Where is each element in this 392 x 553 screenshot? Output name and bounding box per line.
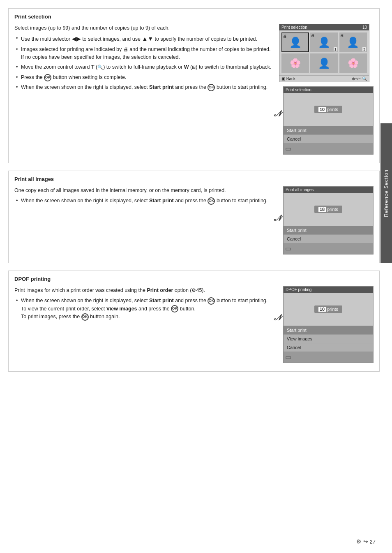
ok-icon-6: OK	[81, 313, 89, 321]
screen2-cancel: Cancel	[284, 134, 373, 143]
dpof-screenshot: 𝒩 DPOF printing 10prints Start print Vie…	[279, 286, 374, 366]
print-selection-body: Select images (up to 99) and the number …	[14, 24, 374, 157]
dpof-view: View images	[284, 334, 373, 343]
print-all-bullet-1: When the screen shown on the right is di…	[14, 197, 272, 205]
print-selection-bullets: Use the multi selector ◀▶ to select imag…	[14, 35, 272, 92]
print-selection-section: Print selection Select images (up to 99)…	[8, 8, 380, 163]
dpof-intro: Print images for which a print order was…	[14, 286, 272, 294]
dpof-text: Print images for which a print order was…	[14, 286, 272, 366]
dpof-bullet-1: When the screen shown on the right is di…	[14, 297, 272, 321]
cam-icon-1: ▭	[285, 145, 291, 153]
prints-badge-3: 10prints	[314, 305, 342, 313]
thumb-4: 🌸	[281, 53, 309, 73]
prints-num-3: 10	[318, 307, 326, 312]
print-selection-screenshots: Print selection 10 👤 🖨 👤 🖨	[279, 24, 374, 157]
page: Reference Section Print selection Select…	[0, 0, 392, 553]
thumb-2-img: 👤	[318, 37, 330, 48]
camera-icon-2: 𝒩	[274, 213, 281, 223]
print-all-screenshot: 𝒩 Print all images 18prints Start print …	[279, 186, 374, 257]
print-all-screen-wrapper: 𝒩 Print all images 18prints Start print …	[283, 186, 374, 255]
screen1-footer: ▣ Back ⊕+/− 🔍	[279, 75, 369, 82]
camera-icon-1: 𝒩	[274, 109, 281, 118]
bullet-4: Press the OK button when setting is comp…	[14, 74, 272, 81]
thumb-2-icon: 🖨	[311, 33, 315, 37]
cam-icon-3: ▭	[285, 353, 291, 361]
prints-num-1: 10	[318, 107, 326, 112]
print-all-cancel: Cancel	[284, 234, 373, 243]
dpof-screen-title: DPOF printing	[286, 287, 311, 292]
screen1-thumbnails: 👤 🖨 👤 🖨 1 👤 🖨 3	[279, 30, 369, 75]
screen1-back: ▣ Back	[281, 76, 295, 81]
prints-label-3: prints	[327, 307, 338, 312]
bullet-2: Images selected for printing are indicat…	[14, 46, 272, 62]
ok-icon-2: OK	[208, 84, 215, 91]
camera-icon-3: 𝒩	[274, 313, 281, 322]
print-all-intro: One copy each of all images saved in the…	[14, 186, 272, 194]
dpof-cancel: Cancel	[284, 343, 373, 352]
thumb-5-img: 👤	[318, 58, 330, 69]
page-num-icon: ⚙	[356, 538, 362, 545]
thumb-3-icon: 🖨	[340, 33, 344, 37]
thumb-2-count: 1	[334, 47, 337, 51]
side-tab: Reference Section	[380, 123, 392, 263]
dpof-bullets: When the screen shown on the right is di…	[14, 297, 272, 321]
thumb-2: 👤 🖨 1	[310, 32, 338, 52]
print-selection-title: Print selection	[14, 14, 374, 20]
dpof-printing-section: DPOF printing Print images for which a p…	[8, 271, 380, 372]
print-all-screen-header: Print all images	[284, 187, 373, 193]
prints-label-1: prints	[327, 107, 338, 112]
print-all-text: One copy each of all images saved in the…	[14, 186, 272, 257]
dpof-screen-wrapper: 𝒩 DPOF printing 10prints Start print Vie…	[283, 286, 374, 363]
print-all-cam-body: ▭	[284, 243, 373, 254]
screen1-title: Print selection	[281, 25, 307, 30]
screen2-title: Print selection	[286, 88, 311, 92]
print-selection-intro: Select images (up to 99) and the number …	[14, 24, 272, 32]
dpof-body: Print images for which a print order was…	[14, 286, 374, 366]
print-selection-screen2-wrapper: 𝒩 Print selection 10prints Start print	[283, 86, 374, 155]
page-number: ⚙ ↪ 27	[356, 538, 376, 545]
ok-icon-5: OK	[171, 305, 178, 312]
screen2-body: 10prints	[284, 93, 373, 126]
page-num-arrow: ↪	[363, 538, 368, 545]
screen1-zoom: ⊕+/− 🔍	[352, 76, 367, 81]
thumb-6-img: 🌸	[348, 58, 359, 69]
print-all-title: Print all images	[14, 176, 374, 182]
page-num-text: 27	[370, 539, 376, 545]
thumb-3-count: 3	[362, 47, 366, 51]
screen2-start-print: Start print	[284, 126, 373, 134]
print-all-images-section: Print all images One copy each of all im…	[8, 171, 380, 263]
thumb-3: 👤 🖨 3	[339, 32, 367, 52]
print-all-body: One copy each of all images saved in the…	[14, 186, 374, 257]
print-selection-screen1: Print selection 10 👤 🖨 👤 🖨	[279, 24, 369, 82]
ok-icon-1: OK	[44, 74, 51, 81]
print-all-screen-title: Print all images	[286, 187, 314, 192]
thumb-1-icon: 🖨	[283, 34, 287, 38]
print-selection-text: Select images (up to 99) and the number …	[14, 24, 272, 157]
screen1-count: 10	[362, 25, 367, 30]
thumb-3-img: 👤	[347, 37, 359, 48]
ok-icon-4: OK	[208, 297, 215, 305]
print-all-screen-body: 18prints	[284, 193, 373, 226]
thumb-5: 👤	[310, 53, 338, 73]
thumb-1-img: 👤	[289, 37, 302, 48]
cam-icon-2: ▭	[285, 245, 291, 252]
thumb-6: 🌸	[339, 53, 367, 73]
prints-badge-2: 18prints	[314, 206, 342, 213]
prints-label-2: prints	[327, 207, 338, 212]
thumb-1: 👤 🖨	[281, 32, 309, 52]
bullet-1: Use the multi selector ◀▶ to select imag…	[14, 35, 272, 44]
dpof-start: Start print	[284, 326, 373, 334]
dpof-screen-header: DPOF printing	[284, 287, 373, 293]
print-all-screen: Print all images 18prints Start print Ca…	[283, 186, 374, 255]
print-all-bullets: When the screen shown on the right is di…	[14, 197, 272, 205]
screen2-cam-body: ▭	[284, 143, 373, 154]
screen1-header: Print selection 10	[279, 24, 369, 30]
ok-icon-3: OK	[208, 197, 215, 205]
bullet-3: Move the zoom control toward T (🔍) to sw…	[14, 63, 272, 71]
thumb-4-img: 🌸	[290, 58, 301, 69]
side-tab-label: Reference Section	[383, 169, 389, 217]
dpof-screen-body: 10prints	[284, 293, 373, 326]
screen2-header: Print selection	[284, 87, 373, 93]
bullet-5: When the screen shown on the right is di…	[14, 83, 272, 91]
print-all-start: Start print	[284, 226, 373, 234]
